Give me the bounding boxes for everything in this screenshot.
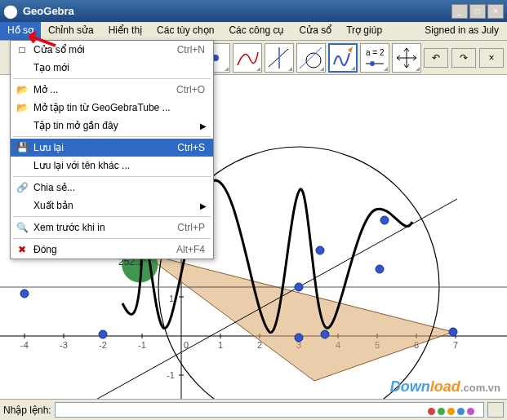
- signed-in-label[interactable]: Signed in as July: [416, 22, 507, 40]
- menu-tools[interactable]: Các công cụ: [221, 22, 291, 40]
- input-dropdown-button[interactable]: [487, 402, 504, 418]
- tool-slider[interactable]: a = 2: [360, 43, 389, 73]
- svg-text:-1: -1: [138, 340, 146, 350]
- menu-save-as[interactable]: Lưu lại với tên khác ...: [11, 157, 213, 175]
- menu-close[interactable]: ✖ĐóngAlt+F4: [11, 241, 213, 259]
- menu-window[interactable]: Cửa sổ: [291, 22, 339, 40]
- svg-point-50: [380, 216, 389, 224]
- separator: [13, 216, 211, 217]
- tool-move[interactable]: [392, 43, 421, 73]
- titlebar: ⬤ GeoGebra _ □ ×: [0, 0, 507, 22]
- svg-text:7: 7: [453, 340, 458, 350]
- menu-recent[interactable]: Tập tin mở gần đây▶: [11, 117, 213, 135]
- svg-point-48: [321, 330, 329, 338]
- svg-point-51: [449, 328, 457, 336]
- app-title: GeoGebra: [23, 5, 74, 17]
- save-icon: 💾: [14, 141, 30, 154]
- chevron-right-icon: ▶: [200, 122, 210, 130]
- menu-new[interactable]: Tạo mới: [11, 59, 213, 77]
- svg-line-1: [269, 49, 288, 67]
- menu-help[interactable]: Trợ giúp: [339, 22, 389, 40]
- separator: [13, 136, 211, 137]
- watermark-dots: [428, 408, 474, 415]
- menu-open-tube[interactable]: 📂Mở tập tin từ GeoGebraTube ...: [11, 99, 213, 117]
- minimize-button[interactable]: _: [451, 4, 468, 19]
- menu-options[interactable]: Các tùy chọn: [149, 22, 221, 40]
- tool-curve[interactable]: [233, 43, 262, 73]
- close-icon: ✖: [14, 243, 30, 256]
- chevron-right-icon: ▶: [200, 201, 210, 210]
- file-dropdown: □Cửa sổ mớiCtrl+N Tạo mới 📂Mở ...Ctrl+O …: [10, 40, 214, 259]
- svg-text:1: 1: [218, 340, 223, 350]
- separator: [13, 176, 211, 177]
- menu-view[interactable]: Hiển thị: [101, 22, 149, 40]
- watermark: Download.com.vn: [390, 378, 500, 396]
- clear-button[interactable]: ×: [479, 48, 504, 68]
- command-input[interactable]: [55, 402, 484, 418]
- input-label: Nhập lệnh:: [3, 405, 51, 416]
- preview-icon: 🔍: [14, 221, 30, 234]
- tool-freehand[interactable]: [328, 43, 358, 73]
- svg-point-42: [20, 290, 29, 298]
- app-icon: ⬤: [3, 3, 18, 19]
- svg-point-49: [376, 265, 384, 273]
- svg-point-43: [99, 330, 107, 338]
- menubar: Hồ sơ Chỉnh sửa Hiển thị Các tùy chọn Cá…: [0, 22, 507, 41]
- menu-open[interactable]: 📂Mở ...Ctrl+O: [11, 81, 213, 99]
- menu-save[interactable]: 💾Lưu lạiCtrl+S: [11, 139, 213, 157]
- close-button[interactable]: ×: [487, 4, 504, 19]
- maximize-button[interactable]: □: [469, 4, 486, 19]
- svg-text:-2: -2: [99, 340, 107, 350]
- share-icon: 🔗: [14, 181, 30, 194]
- annotation-arrow-icon: [23, 29, 59, 51]
- folder-icon: 📂: [14, 83, 30, 96]
- svg-text:1: 1: [169, 294, 174, 303]
- undo-button[interactable]: ↶: [424, 48, 448, 68]
- svg-point-47: [316, 246, 324, 254]
- svg-point-46: [295, 283, 303, 291]
- tool-tangent[interactable]: [296, 43, 326, 73]
- svg-text:a = 2: a = 2: [366, 48, 385, 57]
- svg-marker-37: [142, 253, 453, 381]
- svg-text:-3: -3: [60, 340, 68, 350]
- menu-export[interactable]: Xuất bản▶: [11, 197, 213, 214]
- svg-point-45: [295, 334, 303, 342]
- svg-point-7: [370, 61, 375, 66]
- svg-text:-1: -1: [167, 370, 175, 380]
- separator: [13, 78, 211, 79]
- svg-text:-4: -4: [20, 340, 29, 350]
- menu-share[interactable]: 🔗Chia sẻ...: [11, 179, 213, 197]
- redo-button[interactable]: ↷: [451, 48, 476, 68]
- folder-icon: 📂: [14, 101, 30, 114]
- menu-print-preview[interactable]: 🔍Xem trước khi inCtrl+P: [11, 219, 213, 237]
- separator: [13, 238, 211, 239]
- tool-perpendicular[interactable]: [265, 43, 294, 73]
